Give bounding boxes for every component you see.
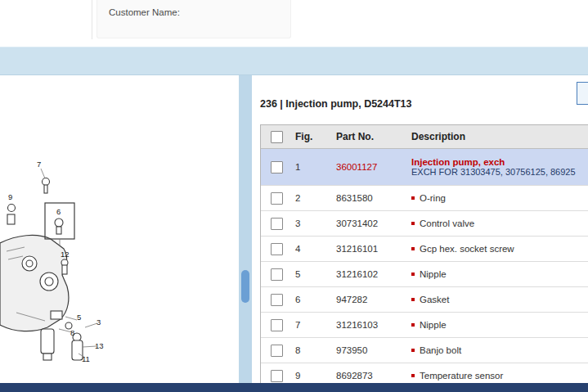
- row-checkbox[interactable]: [271, 243, 283, 255]
- part-number[interactable]: 973950: [333, 344, 408, 357]
- part-description: Gasket: [420, 295, 449, 304]
- part-description: Nipple: [420, 269, 447, 279]
- table-row[interactable]: 9 8692873 Temperature sensor: [261, 363, 588, 383]
- fig-number: 2: [292, 191, 333, 205]
- toolbar-band: [0, 47, 588, 75]
- fig-number: 3: [292, 217, 333, 230]
- diagram-callout-11[interactable]: 11: [82, 354, 90, 363]
- bullet-icon: [411, 247, 415, 250]
- fig-number: 1: [292, 160, 333, 173]
- customer-box: Customer Name:: [97, 0, 291, 38]
- part-number[interactable]: 31216101: [333, 242, 408, 255]
- table-row[interactable]: 3 30731402 Control valve: [261, 211, 588, 237]
- diagram-callout-3[interactable]: 3: [97, 318, 101, 327]
- part-description: Control valve: [420, 219, 474, 228]
- fig-number: 5: [292, 268, 333, 281]
- diagram-callout-5[interactable]: 5: [77, 313, 81, 322]
- row-checkbox[interactable]: [271, 161, 283, 173]
- fig-number: 7: [292, 318, 333, 331]
- parts-table: Fig. Part No. Description 1 36001127 Inj…: [260, 124, 588, 383]
- table-row[interactable]: 6 947282 Gasket: [261, 287, 588, 313]
- diagram-callout-12[interactable]: 12: [61, 250, 70, 259]
- fig-number: 4: [292, 242, 333, 255]
- customer-name-label: Customer Name:: [97, 0, 290, 17]
- col-header-part: Part No.: [333, 129, 408, 144]
- row-checkbox[interactable]: [271, 370, 283, 382]
- app-window: Customer Name:: [0, 0, 588, 392]
- part-number[interactable]: 31216103: [333, 318, 408, 331]
- row-checkbox[interactable]: [271, 192, 283, 205]
- part-description: Banjo bolt: [420, 345, 461, 355]
- table-header-row: Fig. Part No. Description: [261, 125, 588, 149]
- status-bar: [0, 383, 588, 392]
- row-checkbox[interactable]: [271, 268, 283, 281]
- table-row[interactable]: 4 31216101 Gcp hex. socket screw: [261, 237, 588, 262]
- part-number[interactable]: 36001127: [333, 160, 408, 173]
- bullet-icon: [411, 222, 415, 225]
- table-row[interactable]: 8 973950 Banjo bolt: [261, 338, 588, 363]
- bullet-icon: [411, 323, 415, 327]
- fig-number: 6: [292, 293, 333, 306]
- row-checkbox[interactable]: [271, 345, 283, 357]
- table-row[interactable]: 7 31216103 Nipple: [261, 313, 588, 338]
- part-description-note: EXCH FOR 31303475, 30756125, 86925: [411, 167, 585, 177]
- diagram-callout-6[interactable]: 6: [56, 207, 61, 216]
- bullet-icon: [411, 196, 415, 200]
- row-checkbox[interactable]: [271, 319, 283, 331]
- fig-number: 8: [292, 344, 333, 357]
- bullet-icon: [411, 349, 415, 352]
- side-toolbar-button[interactable]: [577, 82, 588, 105]
- splitter-handle-icon[interactable]: [241, 270, 249, 303]
- part-description: O-ring: [420, 193, 446, 203]
- part-number[interactable]: 8631580: [333, 191, 408, 205]
- diagram-callout-8[interactable]: 8: [70, 328, 74, 337]
- top-bar: Customer Name:: [0, 0, 588, 47]
- fig-number: 9: [292, 369, 333, 382]
- bullet-icon: [411, 374, 415, 377]
- diagram-callout-9[interactable]: 9: [8, 192, 12, 201]
- bullet-icon: [411, 298, 415, 301]
- table-row[interactable]: 5 31216102 Nipple: [261, 262, 588, 287]
- part-number[interactable]: 8692873: [333, 369, 408, 382]
- part-description: Gcp hex. socket screw: [420, 244, 514, 254]
- section-title: 236 | Injection pump, D5244T13: [260, 98, 412, 110]
- col-header-fig: Fig.: [292, 129, 333, 144]
- part-description: Nipple: [420, 320, 447, 330]
- diagram-callout-13[interactable]: 13: [95, 341, 104, 350]
- part-description: Temperature sensor: [420, 371, 503, 381]
- panel-splitter[interactable]: [239, 75, 252, 383]
- top-divider: [92, 0, 92, 39]
- row-checkbox[interactable]: [271, 294, 283, 306]
- parts-list-panel: 236 | Injection pump, D5244T13 Fig. Part…: [252, 75, 588, 383]
- part-number[interactable]: 31216102: [333, 268, 408, 281]
- bullet-icon: [411, 273, 415, 276]
- diagram-callout-7[interactable]: 7: [37, 160, 41, 169]
- part-number[interactable]: 947282: [333, 293, 408, 306]
- table-row[interactable]: 2 8631580 O-ring: [261, 186, 588, 211]
- select-all-checkbox[interactable]: [271, 131, 283, 143]
- diagram-panel: 7 6 12 9 5 8 3 13 11: [0, 75, 239, 383]
- col-header-desc: Description: [408, 129, 588, 144]
- table-row[interactable]: 1 36001127 Injection pump, exch EXCH FOR…: [261, 149, 588, 186]
- part-number[interactable]: 30731402: [333, 217, 408, 230]
- parts-diagram: 7 6 12 9 5 8 3 13 11: [0, 75, 239, 383]
- row-checkbox[interactable]: [271, 218, 283, 230]
- part-description: Injection pump, exch: [411, 157, 585, 167]
